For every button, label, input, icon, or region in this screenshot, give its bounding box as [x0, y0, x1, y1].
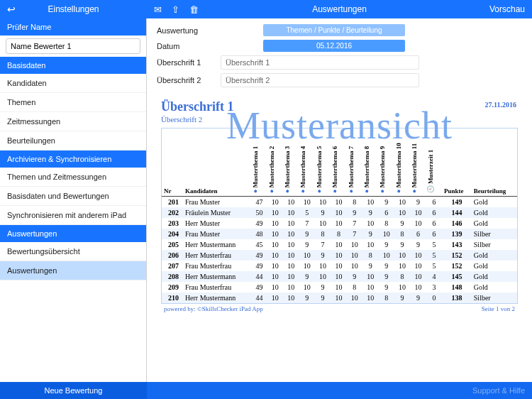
form-label: Auswertung — [157, 26, 221, 35]
col-head: Beurteilung — [472, 129, 517, 196]
back-icon[interactable]: ↩ — [7, 4, 16, 15]
col-head-theme: ●Musterthema 1 — [251, 129, 267, 196]
table-row: 210Herr Mustermann441010991010108990138S… — [162, 293, 517, 303]
col-head-theme: ●Musterthema 10 — [394, 129, 410, 196]
section-head: Archivieren & Synchronisieren — [0, 151, 146, 168]
col-head: Nr — [162, 129, 183, 196]
col-head-theme: ●Musterthema 8 — [362, 129, 378, 196]
col-head-time: 🕓Musterzeit 1 — [426, 129, 442, 196]
table-row: 204Frau Muster4810109887910866139Silber — [162, 229, 517, 239]
table-row: 205Herr Mustermann451010971010109995143S… — [162, 239, 517, 250]
form-label: Überschrift 1 — [157, 58, 221, 67]
page-title: Auswertungen — [147, 4, 532, 14]
col-head-theme: ●Musterthema 7 — [347, 129, 362, 196]
sidebar-item[interactable]: Bewertungsübersicht — [0, 242, 146, 261]
form-label: Datum — [157, 42, 221, 50]
col-head-theme: ●Musterthema 6 — [331, 129, 346, 196]
table-row: 206Herr Musterfrau4910101091010810101051… — [162, 250, 517, 261]
form-label: Überschrift 2 — [157, 76, 221, 84]
section-head: Basisdaten — [0, 57, 146, 74]
results-table: NrKandidaten●Musterthema 1●Musterthema 2… — [162, 129, 517, 303]
form-area: AuswertungThemen / Punkte / BeurteilungD… — [147, 18, 532, 95]
doc-powered: powered by: ©SkillsChecker iPad App — [164, 305, 263, 312]
doc-heading1: Überschrift 1 — [161, 99, 518, 114]
sidebar-item[interactable]: Basisdaten und Bewertungen — [0, 187, 146, 206]
table-row: 203Herr Muster4910107101071089106146Gold — [162, 218, 517, 229]
main: AuswertungThemen / Punkte / BeurteilungD… — [147, 18, 532, 382]
col-head-theme: ●Musterthema 9 — [378, 129, 394, 196]
bottom-bar: Neue Bewertung Support & Hilfe — [0, 382, 532, 399]
form-pill[interactable]: Themen / Punkte / Beurteilung — [263, 24, 405, 36]
sidebar-item[interactable]: Themen und Zeitmessungen — [0, 168, 146, 187]
doc-heading2: Überschrift 2 — [161, 115, 518, 124]
col-head-theme: ●Musterthema 3 — [283, 129, 299, 196]
prufer-name-input[interactable] — [6, 38, 140, 54]
col-head-theme: ●Musterthema 2 — [267, 129, 283, 196]
topbar: ↩ Einstellungen ✉ ⇧ 🗑 Auswertungen Vorsc… — [0, 0, 532, 18]
doc-page: Seite 1 von 2 — [482, 305, 515, 312]
new-evaluation-button[interactable]: Neue Bewertung — [0, 382, 147, 399]
sidebar-item[interactable]: Synchronisieren mit anderem iPad — [0, 206, 146, 225]
doc-date: 27.11.2016 — [485, 101, 516, 109]
form-pill[interactable]: 05.12.2016 — [263, 40, 405, 52]
topbar-left: ↩ Einstellungen — [0, 4, 147, 14]
sidebar-item[interactable]: Kandidaten — [0, 74, 146, 93]
col-head-theme: ●Musterthema 5 — [315, 129, 331, 196]
section-head: Auswertungen — [0, 225, 146, 242]
form-input[interactable] — [221, 55, 419, 70]
document-preview: Überschrift 1 Überschrift 2 27.11.2016 M… — [154, 95, 525, 382]
col-head-theme: ●Musterthema 11 — [410, 129, 426, 196]
col-head: Kandidaten — [183, 129, 251, 196]
table-row: 202Fräulein Muster501010591099610106144G… — [162, 207, 517, 218]
sidebar: Prüfer Name BasisdatenKandidatenThemenZe… — [0, 18, 147, 382]
sidebar-item[interactable]: Zeitmessungen — [0, 112, 146, 131]
support-link[interactable]: Support & Hilfe — [147, 382, 532, 399]
table-row: 208Herr Mustermann4410109101091098104145… — [162, 271, 517, 282]
topbar-right: ✉ ⇧ 🗑 Auswertungen Vorschau — [147, 4, 532, 15]
table-row: 201Frau Muster47101010101081091096149Gol… — [162, 196, 517, 207]
col-head-theme: ●Musterthema 4 — [299, 129, 314, 196]
preview-button[interactable]: Vorschau — [489, 4, 525, 14]
sidebar-item[interactable]: Auswertungen — [0, 261, 146, 280]
table-row: 207Frau Musterfrau4910101010101099101051… — [162, 261, 517, 271]
form-input[interactable] — [221, 73, 419, 87]
sidebar-title: Einstellungen — [48, 4, 99, 14]
sidebar-item[interactable]: Beurteilungen — [0, 131, 146, 151]
col-head: Punkte — [442, 129, 472, 196]
table-row: 209Frau Musterfrau4910101091081091010314… — [162, 282, 517, 293]
sidebar-item[interactable]: Themen — [0, 93, 146, 112]
section-head-prufer: Prüfer Name — [0, 18, 146, 35]
